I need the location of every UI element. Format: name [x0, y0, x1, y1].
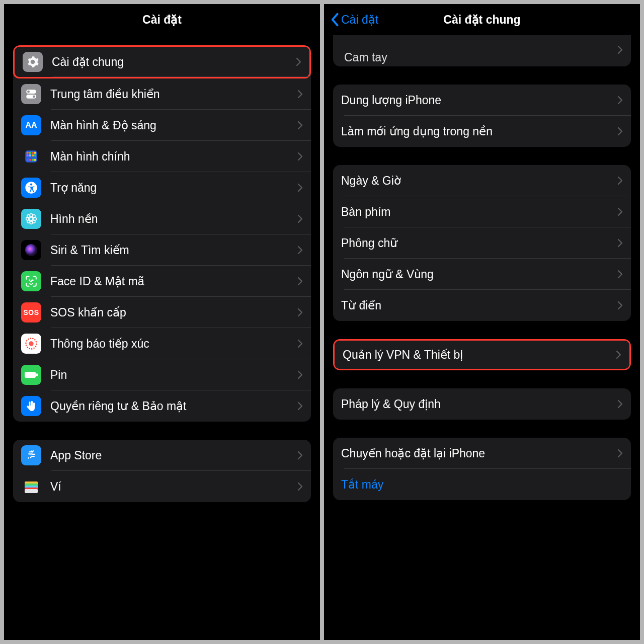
- settings-row[interactable]: Phông chữ: [333, 227, 631, 259]
- chevron-right-icon: [297, 246, 303, 255]
- settings-row[interactable]: Dung lượng iPhone: [333, 85, 631, 116]
- navbar-left: Cài đặt: [4, 4, 320, 35]
- settings-row[interactable]: Bàn phím: [333, 196, 631, 227]
- row-label: Face ID & Mật mã: [50, 275, 297, 288]
- settings-row[interactable]: Pháp lý & Quy định: [333, 388, 631, 420]
- svg-rect-15: [32, 159, 34, 161]
- siri-icon: [21, 240, 41, 260]
- settings-row[interactable]: SOSSOS khẩn cấp: [13, 297, 311, 328]
- settings-row[interactable]: Ví: [13, 471, 311, 502]
- settings-row[interactable]: Trung tâm điều khiển: [13, 78, 311, 110]
- navbar-right: Cài đặt Cài đặt chung: [324, 4, 640, 35]
- settings-row[interactable]: Quyền riêng tư & Bảo mật: [13, 390, 311, 422]
- svg-rect-5: [27, 152, 29, 154]
- settings-group: App StoreVí: [13, 440, 311, 502]
- settings-row[interactable]: Trợ năng: [13, 172, 311, 203]
- settings-row[interactable]: Ngày & Giờ: [333, 165, 631, 196]
- settings-row[interactable]: Ngôn ngữ & Vùng: [333, 259, 631, 290]
- settings-row-partial[interactable]: Cam tay: [333, 35, 631, 66]
- svg-point-23: [34, 217, 36, 220]
- svg-rect-7: [32, 152, 34, 154]
- chevron-right-icon: [617, 45, 623, 54]
- row-label: Phông chữ: [341, 236, 617, 250]
- settings-row[interactable]: Hình nền: [13, 203, 311, 234]
- settings-row[interactable]: Từ điển: [333, 290, 631, 321]
- hand-icon: [25, 400, 37, 412]
- svg-point-31: [33, 280, 33, 280]
- battery-icon: [24, 371, 38, 379]
- settings-row[interactable]: Face ID & Mật mã: [13, 266, 311, 297]
- row-label: App Store: [50, 449, 297, 462]
- chevron-right-icon: [297, 370, 303, 379]
- row-icon: [21, 209, 41, 229]
- svg-rect-11: [32, 154, 34, 156]
- right-phone: Cài đặt Cài đặt chung Cam tayDung lượng …: [324, 4, 640, 640]
- settings-row[interactable]: Pin: [13, 359, 311, 390]
- settings-row[interactable]: Thông báo tiếp xúc: [13, 328, 311, 359]
- svg-rect-35: [36, 373, 38, 376]
- settings-row[interactable]: App Store: [13, 440, 311, 471]
- svg-rect-10: [29, 154, 31, 156]
- partial-group: Cam tay: [333, 35, 631, 66]
- settings-row[interactable]: Màn hình chính: [13, 141, 311, 172]
- row-icon: [21, 445, 41, 465]
- chevron-right-icon: [297, 214, 303, 223]
- settings-row[interactable]: Chuyển hoặc đặt lại iPhone: [333, 438, 631, 469]
- svg-rect-9: [27, 154, 29, 156]
- page-title: Cài đặt chung: [443, 13, 520, 27]
- row-icon: [21, 240, 41, 260]
- chevron-right-icon: [617, 176, 623, 185]
- chevron-right-icon: [617, 270, 623, 279]
- row-icon: [21, 84, 41, 104]
- row-label: Màn hình chính: [50, 150, 297, 164]
- row-icon: [21, 396, 41, 416]
- row-label: Ngôn ngữ & Vùng: [341, 268, 617, 281]
- svg-point-19: [30, 217, 33, 221]
- chevron-right-icon: [297, 90, 303, 99]
- aa-icon: AA: [25, 121, 37, 130]
- sos-icon: SOS: [23, 308, 39, 316]
- row-icon: SOS: [21, 302, 41, 323]
- svg-rect-14: [29, 159, 31, 161]
- row-label: Siri & Tìm kiếm: [50, 244, 297, 257]
- row-icon: [21, 476, 41, 497]
- chevron-right-icon: [617, 238, 623, 248]
- svg-point-3: [33, 95, 35, 98]
- row-label: Quản lý VPN & Thiết bị: [343, 348, 616, 362]
- row-label: Trung tâm điều khiển: [50, 88, 297, 101]
- chevron-left-icon: [330, 13, 339, 27]
- chevron-right-icon: [297, 121, 303, 130]
- row-label: Màn hình & Độ sáng: [50, 119, 297, 132]
- row-icon: [21, 365, 41, 385]
- svg-point-30: [29, 280, 30, 280]
- row-label: Pháp lý & Quy định: [341, 397, 617, 411]
- row-label: Pin: [50, 368, 297, 382]
- chevron-right-icon: [297, 401, 303, 411]
- settings-group: Cài đặt chungTrung tâm điều khiểnAAMàn h…: [13, 45, 311, 422]
- chevron-right-icon: [296, 57, 301, 66]
- row-icon: [21, 146, 41, 167]
- left-content[interactable]: Cài đặt chungTrung tâm điều khiểnAAMàn h…: [4, 35, 320, 640]
- left-phone: Cài đặt Cài đặt chungTrung tâm điều khiể…: [4, 4, 320, 640]
- settings-row[interactable]: Siri & Tìm kiếm: [13, 234, 311, 266]
- settings-group: Quản lý VPN & Thiết bị: [333, 339, 631, 370]
- svg-point-21: [30, 221, 32, 224]
- toggles-icon: [25, 88, 38, 101]
- page-title: Cài đặt: [142, 13, 182, 27]
- row-label: Dung lượng iPhone: [341, 94, 617, 107]
- settings-row[interactable]: Tắt máy: [333, 469, 631, 500]
- svg-point-33: [29, 341, 33, 346]
- right-content[interactable]: Cam tayDung lượng iPhoneLàm mới ứng dụng…: [324, 35, 640, 640]
- back-button[interactable]: Cài đặt: [330, 13, 378, 27]
- grid-icon: [24, 149, 38, 164]
- settings-group: Pháp lý & Quy định: [333, 388, 631, 420]
- chevron-right-icon: [297, 152, 303, 161]
- settings-row[interactable]: AAMàn hình & Độ sáng: [13, 110, 311, 141]
- settings-row[interactable]: Làm mới ứng dụng trong nền: [333, 116, 631, 147]
- chevron-right-icon: [617, 127, 623, 136]
- row-label: Bàn phím: [341, 205, 617, 219]
- svg-point-20: [30, 214, 32, 216]
- settings-row[interactable]: Cài đặt chung: [13, 45, 311, 78]
- settings-group: Chuyển hoặc đặt lại iPhoneTắt máy: [333, 438, 631, 500]
- settings-row[interactable]: Quản lý VPN & Thiết bị: [333, 339, 631, 370]
